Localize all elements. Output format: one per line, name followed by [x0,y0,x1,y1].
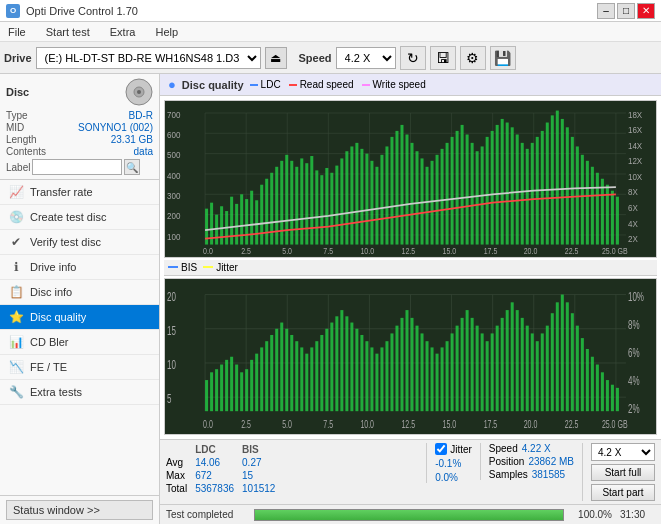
jitter-legend-label: Jitter [216,262,238,273]
svg-text:6X: 6X [628,202,638,213]
burn-button[interactable]: 🖫 [430,46,456,70]
svg-text:5.0: 5.0 [282,418,292,430]
svg-rect-200 [466,310,469,411]
sidebar-item-verify-test-disc[interactable]: ✔ Verify test disc [0,230,159,255]
stats-label-avg: Avg [166,456,195,469]
stats-row-max: Max 672 15 [166,469,299,482]
sidebar-item-fe-te[interactable]: 📉 FE / TE [0,355,159,380]
sidebar-item-drive-info[interactable]: ℹ Drive info [0,255,159,280]
jitter-max-value: 0.0% [435,472,458,483]
svg-rect-227 [601,372,604,411]
transfer-rate-icon: 📈 [8,185,24,199]
speed-info-value: 4.22 X [522,443,551,454]
col-header-ldc: LDC [195,443,242,456]
stats-bis-avg: 0.27 [242,456,283,469]
sidebar-item-transfer-rate[interactable]: 📈 Transfer rate [0,180,159,205]
label-set-button[interactable]: 🔍 [124,159,140,175]
svg-rect-97 [581,155,584,245]
svg-rect-165 [290,334,293,410]
status-window-button[interactable]: Status window >> [6,500,153,520]
eject-button[interactable]: ⏏ [265,47,287,69]
status-bar-side: Status window >> [0,495,159,524]
svg-rect-176 [345,316,348,411]
settings-button[interactable]: ⚙ [460,46,486,70]
svg-rect-173 [330,322,333,411]
svg-text:15: 15 [167,324,176,337]
start-full-button[interactable]: Start full [591,464,655,481]
svg-text:16X: 16X [628,125,642,136]
svg-rect-65 [421,158,424,244]
legend-jitter: Jitter [203,262,238,273]
title-bar-left: O Opti Drive Control 1.70 [6,4,138,18]
svg-rect-221 [571,313,574,411]
svg-rect-182 [375,353,378,411]
menu-help[interactable]: Help [151,24,182,40]
jitter-checkbox[interactable] [435,443,447,455]
svg-rect-104 [616,197,619,245]
sidebar-item-cd-bler[interactable]: 📊 CD Bler [0,330,159,355]
svg-rect-156 [245,369,248,411]
stats-label-max: Max [166,469,195,482]
svg-text:12.5: 12.5 [401,247,415,257]
start-buttons-section: 4.2 X Start full Start part [582,443,655,501]
svg-rect-64 [416,151,419,244]
svg-rect-207 [501,317,504,410]
svg-rect-32 [255,200,258,244]
svg-rect-159 [260,347,263,411]
sidebar-item-disc-info[interactable]: 📋 Disc info [0,280,159,305]
svg-rect-196 [446,341,449,411]
ldc-legend-dot [250,84,258,86]
svg-rect-48 [335,166,338,245]
svg-rect-47 [330,173,333,245]
bis-legend-dot [168,266,178,268]
start-speed-select[interactable]: 4.2 X [591,443,655,461]
save-button[interactable]: 💾 [490,46,516,70]
svg-text:10.0: 10.0 [360,247,374,257]
speed-select[interactable]: 4.2 X [336,47,396,69]
svg-rect-189 [411,317,414,410]
svg-text:700: 700 [167,109,180,120]
progress-bar-fill [255,510,563,520]
stats-bis-total: 101512 [242,482,283,495]
svg-rect-96 [576,146,579,244]
svg-rect-225 [591,356,594,410]
svg-rect-211 [521,317,524,410]
svg-rect-37 [280,161,283,245]
sidebar-item-label: Extra tests [30,386,82,398]
sidebar-item-label: Verify test disc [30,236,101,248]
drive-select[interactable]: (E:) HL-DT-ST BD-RE WH16NS48 1.D3 [36,47,261,69]
minimize-button[interactable]: – [597,3,615,19]
disc-mid-value: SONYNO1 (002) [78,122,153,133]
svg-rect-148 [205,380,208,411]
maximize-button[interactable]: □ [617,3,635,19]
read-speed-legend-label: Read speed [300,79,354,90]
svg-rect-27 [230,197,233,245]
close-button[interactable]: ✕ [637,3,655,19]
bis-legend-label: BIS [181,262,197,273]
disc-length-value: 23.31 GB [111,134,153,145]
sidebar-item-disc-quality[interactable]: ⭐ Disc quality [0,305,159,330]
svg-rect-78 [486,137,489,245]
toolbar: Drive (E:) HL-DT-ST BD-RE WH16NS48 1.D3 … [0,42,661,74]
refresh-button[interactable]: ↻ [400,46,426,70]
svg-rect-191 [421,333,424,411]
svg-text:20.0: 20.0 [524,247,538,257]
sidebar-item-create-test-disc[interactable]: 💿 Create test disc [0,205,159,230]
menu-start-test[interactable]: Start test [42,24,94,40]
svg-text:12X: 12X [628,156,642,167]
svg-rect-50 [345,151,348,244]
disc-label-input[interactable] [32,159,122,175]
svg-text:14X: 14X [628,140,642,151]
menu-extra[interactable]: Extra [106,24,140,40]
svg-rect-87 [531,143,534,245]
start-part-button[interactable]: Start part [591,484,655,501]
svg-rect-187 [400,317,403,410]
svg-rect-152 [225,359,228,410]
app-title: Opti Drive Control 1.70 [26,5,138,17]
menu-file[interactable]: File [4,24,30,40]
svg-rect-193 [431,347,434,411]
svg-rect-80 [496,125,499,245]
svg-text:6%: 6% [628,346,640,359]
sidebar-item-extra-tests[interactable]: 🔧 Extra tests [0,380,159,405]
svg-rect-202 [476,325,479,411]
